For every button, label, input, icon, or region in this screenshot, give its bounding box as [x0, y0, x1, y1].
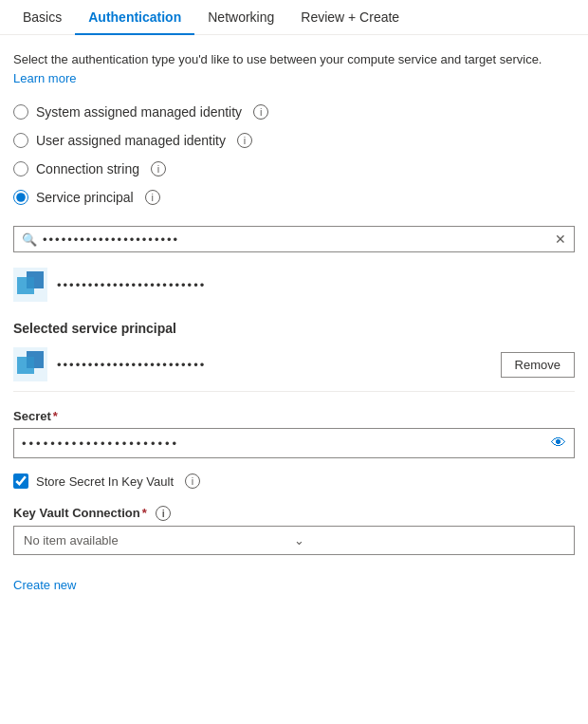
show-secret-icon[interactable]: 👁: [551, 435, 566, 452]
tab-authentication[interactable]: Authentication: [75, 0, 194, 34]
radio-service-principal-input[interactable]: [13, 190, 28, 205]
main-content: Select the authentication type you'd lik…: [0, 35, 588, 607]
search-result-item[interactable]: ••••••••••••••••••••••••: [13, 262, 575, 307]
tab-review-create[interactable]: Review + Create: [287, 0, 413, 34]
radio-service-principal-label: Service principal: [36, 190, 134, 205]
key-vault-placeholder: No item available: [24, 533, 294, 548]
description-text: Select the authentication type you'd lik…: [13, 50, 575, 87]
radio-user-identity[interactable]: User assigned managed identity i: [13, 133, 575, 148]
radio-system-identity-label: System assigned managed identity: [36, 104, 242, 120]
selected-sp-name: ••••••••••••••••••••••••: [57, 358, 491, 372]
key-vault-chevron-icon: ⌄: [294, 533, 564, 548]
secret-label: Secret*: [13, 409, 575, 423]
store-secret-info-icon[interactable]: i: [185, 473, 200, 489]
secret-input[interactable]: [22, 436, 551, 451]
secret-input-wrap[interactable]: 👁: [13, 428, 575, 458]
key-vault-info-icon[interactable]: i: [156, 506, 171, 521]
search-result-name: ••••••••••••••••••••••••: [57, 278, 206, 292]
svg-rect-3: [17, 277, 34, 294]
system-identity-info-icon[interactable]: i: [253, 104, 268, 120]
selected-service-principal-row: •••••••••••••••••••••••• Remove: [13, 347, 575, 392]
service-principal-search-box[interactable]: 🔍 ✕: [13, 226, 575, 252]
remove-button[interactable]: Remove: [501, 352, 575, 378]
connection-string-info-icon[interactable]: i: [151, 161, 166, 176]
selected-section-label: Selected service principal: [13, 321, 575, 336]
create-new-link[interactable]: Create new: [13, 578, 76, 592]
learn-more-link[interactable]: Learn more: [13, 71, 76, 85]
radio-connection-string-input[interactable]: [13, 161, 28, 176]
secret-field-group: Secret* 👁: [13, 409, 575, 458]
service-principal-search-input[interactable]: [43, 232, 555, 247]
secret-required-star: *: [53, 409, 58, 423]
key-vault-required-star: *: [142, 506, 147, 520]
tab-basics[interactable]: Basics: [9, 0, 75, 34]
key-vault-label: Key Vault Connection* i: [13, 506, 575, 521]
search-icon: 🔍: [22, 232, 37, 247]
service-principal-info-icon[interactable]: i: [145, 190, 160, 205]
svg-rect-7: [17, 357, 34, 374]
key-vault-field-group: Key Vault Connection* i No item availabl…: [13, 506, 575, 555]
radio-connection-string-label: Connection string: [36, 161, 139, 176]
user-identity-info-icon[interactable]: i: [237, 133, 252, 148]
radio-system-identity-input[interactable]: [13, 104, 28, 120]
tab-navigation: Basics Authentication Networking Review …: [0, 0, 588, 35]
radio-user-identity-input[interactable]: [13, 133, 28, 148]
service-principal-icon: [13, 268, 47, 302]
clear-search-icon[interactable]: ✕: [555, 232, 566, 247]
radio-user-identity-label: User assigned managed identity: [36, 133, 226, 148]
selected-sp-icon: [13, 347, 47, 381]
key-vault-dropdown[interactable]: No item available ⌄: [13, 526, 575, 555]
store-secret-checkbox-row[interactable]: Store Secret In Key Vault i: [13, 473, 575, 489]
tab-networking[interactable]: Networking: [194, 0, 287, 34]
store-secret-checkbox[interactable]: [13, 473, 28, 489]
radio-connection-string[interactable]: Connection string i: [13, 161, 575, 176]
radio-service-principal[interactable]: Service principal i: [13, 190, 575, 205]
auth-type-radio-group: System assigned managed identity i User …: [13, 104, 575, 205]
radio-system-identity[interactable]: System assigned managed identity i: [13, 104, 575, 120]
store-secret-label: Store Secret In Key Vault: [36, 474, 174, 489]
